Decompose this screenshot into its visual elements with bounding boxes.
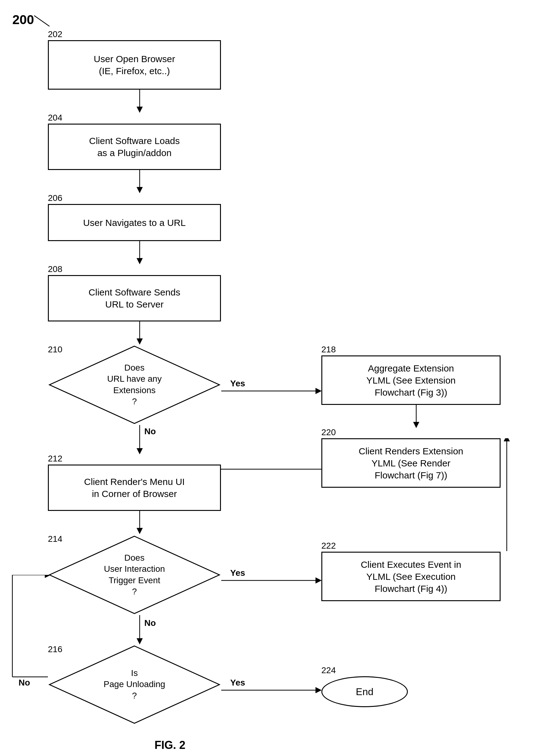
svg-marker-22 xyxy=(315,577,322,584)
diamond-214: DoesUser InteractionTrigger Event? xyxy=(48,535,221,615)
arrow-212-214 xyxy=(133,511,146,536)
arrow-label-210-no: No xyxy=(144,427,156,436)
label-202: 202 xyxy=(48,29,62,39)
diamond-216: IsPage Unloading? xyxy=(48,644,221,725)
svg-marker-26 xyxy=(137,638,143,644)
label-204: 204 xyxy=(48,113,62,123)
diagram-number: 200 xyxy=(12,12,34,27)
box-212: Client Render's Menu UIin Corner of Brow… xyxy=(48,465,221,511)
arrow-210-yes-218 xyxy=(221,385,323,397)
box-220: Client Renders ExtensionYLML (See Render… xyxy=(321,438,501,488)
svg-marker-8 xyxy=(137,338,143,345)
arrow-206-208 xyxy=(133,241,146,266)
arrow-214-yes-222 xyxy=(221,574,323,587)
arrow-216-yes-224 xyxy=(221,684,323,696)
diamond-210: DoesURL have anyExtensions? xyxy=(48,345,221,425)
svg-marker-33 xyxy=(45,575,49,578)
svg-line-0 xyxy=(34,15,49,26)
svg-marker-6 xyxy=(137,258,143,264)
box-208: Client Software SendsURL to Server xyxy=(48,275,221,321)
label-224: 224 xyxy=(321,665,336,675)
svg-marker-11 xyxy=(315,388,322,394)
box-218: Aggregate ExtensionYLML (See ExtensionFl… xyxy=(321,355,501,405)
fig-label: FIG. 2 xyxy=(154,739,185,752)
flowchart-diagram: 200 202 User Open Browser(IE, Firefox, e… xyxy=(0,0,546,756)
box-204: Client Software Loadsas a Plugin/addon xyxy=(48,124,221,170)
diagram-number-arrow xyxy=(34,15,53,28)
arrow-202-204 xyxy=(133,90,146,114)
svg-marker-13 xyxy=(413,422,419,428)
svg-marker-2 xyxy=(137,107,143,113)
box-206: User Navigates to a URL xyxy=(48,204,221,241)
label-212: 212 xyxy=(48,454,62,464)
svg-marker-24 xyxy=(504,438,510,441)
label-220: 220 xyxy=(321,427,336,437)
arrow-204-206 xyxy=(133,170,146,195)
label-218: 218 xyxy=(321,345,336,355)
arrow-label-214-no: No xyxy=(144,618,156,628)
label-222: 222 xyxy=(321,541,336,551)
label-206: 206 xyxy=(48,193,62,203)
svg-marker-29 xyxy=(315,687,322,693)
svg-marker-4 xyxy=(137,187,143,193)
label-208: 208 xyxy=(48,264,62,274)
arrow-210-no-212 xyxy=(133,425,146,456)
arrow-222-220 xyxy=(501,438,513,553)
svg-marker-17 xyxy=(137,448,143,454)
box-202: User Open Browser(IE, Firefox, etc..) xyxy=(48,40,221,90)
svg-marker-19 xyxy=(137,528,143,534)
oval-end: End xyxy=(321,676,408,707)
arrow-218-220 xyxy=(410,405,422,430)
arrow-208-210 xyxy=(133,321,146,346)
box-222: Client Executes Event inYLML (See Execut… xyxy=(321,552,501,601)
arrow-216-no-loop xyxy=(6,575,49,686)
arrow-214-no-216 xyxy=(133,615,146,646)
